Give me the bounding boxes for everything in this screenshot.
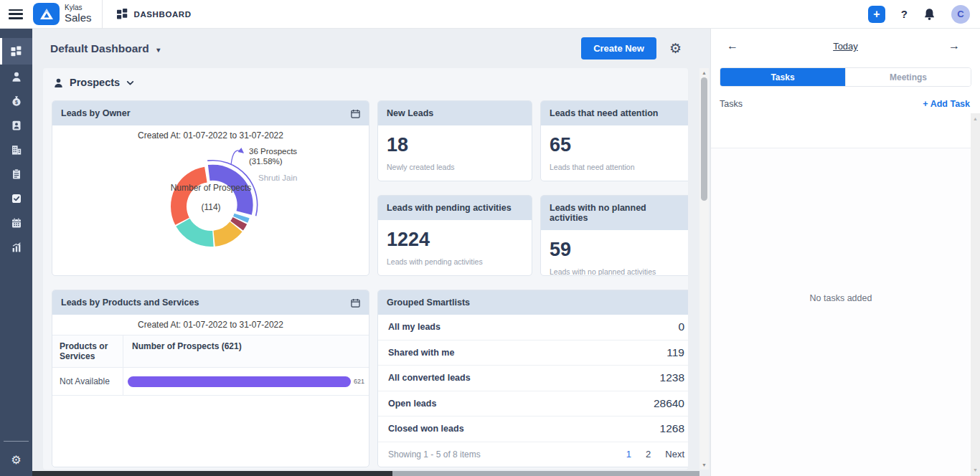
main-horizontal-scrollbar[interactable] [32,471,699,476]
sidebar-item-quotations[interactable] [0,162,32,186]
add-task-button[interactable]: + Add Task [923,99,970,109]
sidebar-item-tasks[interactable] [0,186,32,211]
quick-create-button[interactable]: + [868,6,885,23]
divider [102,0,103,29]
brand-product: Sales [65,12,92,24]
chart-period: Created At: 01-07-2022 to 31-07-2022 [52,125,369,142]
bar-category-label: Not Available [52,368,123,395]
main-vertical-scrollbar[interactable]: ▲ ▼ [699,68,709,470]
pagination-status: Showing 1 - 5 of 8 items [388,449,612,460]
prospects-person-icon [53,77,64,88]
card-leads-by-products: Leads by Products and Services Created A… [52,290,369,467]
sidebar-item-dashboard[interactable] [0,38,32,65]
stat-value: 18 [387,134,523,156]
left-sidebar: $ [0,29,32,476]
stat-subtitle: Leads with no planned activities [550,267,686,276]
pagination-next[interactable]: Next [665,449,684,460]
help-icon[interactable]: ? [901,8,908,20]
settings-icon: ⚙ [11,453,21,467]
sidebar-item-leads[interactable] [0,113,32,138]
main-content: Default Dashboard ▾ Create New ⚙ Prospec… [32,29,710,476]
dashboard-title-dropdown[interactable]: Default Dashboard ▾ [50,42,160,55]
notifications-bell-icon[interactable] [923,8,936,21]
sidebar-item-reports[interactable] [0,235,32,260]
scroll-down-icon[interactable]: ▼ [971,465,980,475]
create-new-button[interactable]: Create New [581,37,656,60]
scroll-up-icon[interactable]: ▲ [971,113,980,123]
prospects-section-dropdown[interactable]: Prospects [70,77,120,88]
card-title: Grouped Smartlists [387,298,470,308]
pagination-page-1[interactable]: 1 [626,449,631,460]
tasks-panel: ← Today → Tasks Meetings Tasks + Add Tas… [710,29,980,476]
nav-dashboard[interactable]: DASHBOARD [117,9,192,19]
plus-icon: + [923,99,928,109]
stat-subtitle: Newly created leads [387,163,523,171]
card-title: Leads with no planned activities [550,203,686,223]
stat-value: 65 [550,134,686,156]
pagination-page-2[interactable]: 2 [646,449,651,460]
scroll-down-icon[interactable]: ▼ [699,460,709,470]
smartlist-row-open-leads[interactable]: Open leads 28640 [378,391,688,417]
card-leads-pending-activities: Leads with pending activities 1224 Leads… [377,195,532,276]
scrollbar-thumb[interactable] [32,471,392,476]
empty-state-text: No tasks added [711,293,971,303]
smartlist-row-shared-with-me[interactable]: Shared with me 119 [378,341,688,366]
sidebar-divider [4,441,29,442]
stat-subtitle: Leads that need attention [550,163,686,171]
sidebar-item-settings[interactable]: ⚙ [0,447,32,472]
sidebar-item-companies[interactable] [0,138,32,162]
card-leads-by-owner: Leads by Owner Created At: 01-07-2022 to… [52,100,369,276]
smartlist-row-all-converted-leads[interactable]: All converted leads 1238 [378,366,688,391]
donut-callout-label: 36 Prospects (31.58%) [249,146,297,166]
donut-chart[interactable]: Number of Prospects (114) 36 Prospects (… [52,142,369,275]
chevron-down-icon[interactable] [126,78,135,87]
donut-center-label: Number of Prospects (114) [168,183,254,213]
card-leads-no-planned-activities: Leads with no planned activities 59 Lead… [540,195,688,276]
brand: Kylas Sales [33,3,102,25]
sidebar-item-meetings[interactable] [0,211,32,235]
card-new-leads: New Leads 18 Newly created leads [377,100,532,181]
dashboard-settings-gear-icon[interactable]: ⚙ [669,40,682,57]
hamburger-menu-icon[interactable] [9,9,23,19]
user-avatar[interactable]: C [951,5,970,24]
bar-chart-row: Not Available 621 [52,368,369,396]
card-title: Leads by Owner [61,108,131,118]
chevron-down-icon: ▾ [156,46,160,54]
tab-meetings[interactable]: Meetings [845,68,971,86]
smartlist-row-all-my-leads[interactable]: All my leads 0 [378,315,688,341]
contacts-icon [11,71,22,82]
tasks-icon [11,193,22,204]
tasks-list-area: No tasks added [711,148,971,476]
tab-tasks[interactable]: Tasks [720,68,845,86]
scroll-up-icon[interactable]: ▲ [699,68,709,77]
deals-icon: $ [11,95,22,107]
smartlist-row-closed-won-leads[interactable]: Closed won leads 1268 [378,416,688,442]
dashboard-icon [11,46,22,57]
dashboard-grid-icon [117,9,128,19]
card-title: Leads by Products and Services [61,298,199,308]
leads-icon [11,120,22,131]
stat-value: 59 [550,239,686,261]
date-filter-calendar-icon[interactable] [351,109,360,118]
tasks-panel-scrollbar[interactable]: ▲ ▼ [971,113,980,476]
bar-not-available[interactable] [128,376,351,387]
plus-icon: + [873,9,880,20]
dashboard-panel: Prospects Leads by Owner [43,68,688,470]
reports-icon [11,242,22,253]
sidebar-item-deals[interactable]: $ [0,89,32,113]
chart-period: Created At: 01-07-2022 to 31-07-2022 [52,315,369,335]
column-header-products: Products or Services [52,335,123,367]
bar-value-label: 621 [354,378,364,385]
quotations-icon [11,168,22,180]
calendar-icon [11,217,22,229]
card-grouped-smartlists: Grouped Smartlists All my leads 0 Shared… [377,290,688,467]
stat-value: 1224 [387,229,523,251]
scrollbar-thumb[interactable] [701,77,707,201]
card-leads-need-attention: Leads that need attention 65 Leads that … [540,100,688,181]
date-filter-calendar-icon[interactable] [351,298,360,308]
today-link[interactable]: Today [711,41,980,52]
card-title: Leads with pending activities [387,203,512,213]
next-day-arrow-icon[interactable]: → [948,39,960,52]
card-title: New Leads [387,108,433,118]
sidebar-item-contacts[interactable] [0,65,32,89]
